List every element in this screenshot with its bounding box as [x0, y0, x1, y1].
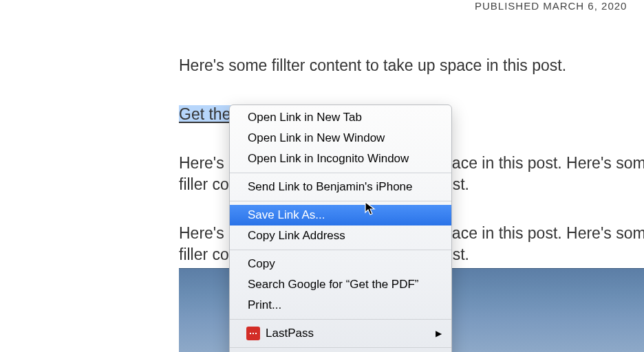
- menu-separator: [230, 250, 451, 250]
- menu-lastpass-label: LastPass: [266, 327, 314, 340]
- link-text-selected: Get the: [179, 105, 235, 123]
- context-menu: Open Link in New Tab Open Link in New Wi…: [229, 104, 452, 352]
- intro-paragraph: Here's some fillter content to take up s…: [179, 55, 644, 76]
- published-date: PUBLISHED MARCH 6, 2020: [475, 0, 627, 12]
- submenu-arrow-icon: ▶: [436, 329, 442, 338]
- menu-save-link-as[interactable]: Save Link As...: [230, 205, 451, 226]
- menu-search-google[interactable]: Search Google for “Get the PDF”: [230, 274, 451, 295]
- menu-open-link-incognito[interactable]: Open Link in Incognito Window: [230, 148, 451, 169]
- menu-lastpass[interactable]: LastPass ▶: [230, 323, 451, 344]
- menu-separator: [230, 347, 451, 348]
- menu-separator: [230, 201, 451, 201]
- menu-copy[interactable]: Copy: [230, 254, 451, 274]
- lastpass-icon: [246, 327, 260, 340]
- menu-separator: [230, 319, 451, 320]
- page-root: PUBLISHED MARCH 6, 2020 Here's some fill…: [0, 0, 644, 352]
- menu-print[interactable]: Print...: [230, 295, 451, 316]
- menu-open-link-new-window[interactable]: Open Link in New Window: [230, 128, 451, 148]
- menu-separator: [230, 173, 451, 173]
- menu-copy-link-address[interactable]: Copy Link Address: [230, 226, 451, 246]
- menu-open-link-new-tab[interactable]: Open Link in New Tab: [230, 105, 451, 128]
- menu-send-link[interactable]: Send Link to Benjamin's iPhone: [230, 177, 451, 197]
